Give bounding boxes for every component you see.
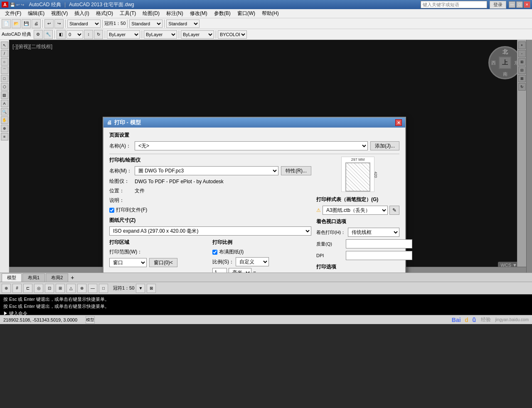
ortho-toggle[interactable]: ⊏ (23, 284, 32, 293)
settings-icon[interactable]: ⚙ (34, 30, 43, 39)
style-dropdown3[interactable]: Standard (166, 20, 200, 28)
grid-toggle[interactable]: # (12, 284, 22, 293)
color-dropdown[interactable]: ByLayer (107, 30, 140, 39)
titlebar-sep: | (64, 2, 66, 7)
menu-param[interactable]: 参数(B) (211, 9, 234, 18)
dialog-close-btn[interactable]: ✕ (395, 119, 402, 126)
menu-insert[interactable]: 插入(I) (71, 9, 92, 18)
otrack-toggle[interactable]: ⊞ (56, 284, 65, 293)
print-scale-section: 打印比例 布满图纸(I) 比例(S)： 自定义 (212, 239, 311, 273)
style-edit-btn[interactable]: ✎ (389, 206, 399, 215)
print-btn[interactable]: 🖨 (32, 19, 41, 28)
tab-layout2[interactable]: 布局2 (46, 273, 68, 282)
zoom-tool[interactable]: 🔍 (1, 108, 8, 116)
menu-edit[interactable]: 编辑(E) (25, 9, 48, 18)
menu-file[interactable]: 文件(F) (2, 9, 25, 18)
save-btn[interactable]: 💾 (22, 19, 31, 28)
search-input[interactable] (421, 1, 487, 8)
draw-circle[interactable]: ○ (1, 58, 8, 66)
prop-tool[interactable]: ≡ (1, 133, 8, 140)
ducs-toggle[interactable]: △ (66, 284, 76, 293)
menu-modify[interactable]: 修改(M) (187, 9, 211, 18)
menu-dimension[interactable]: 标注(N) (163, 9, 187, 18)
tab-model[interactable]: 模型 (2, 273, 22, 282)
undo-btn[interactable]: ↩ (44, 19, 54, 28)
menu-view[interactable]: 视图(V) (48, 9, 71, 18)
osnap-toggle[interactable]: ⊡ (45, 284, 54, 293)
menu-format[interactable]: 格式(O) (93, 9, 116, 18)
maximize-btn[interactable]: □ (516, 1, 523, 8)
minimize-btn[interactable]: — (509, 1, 515, 8)
snap-toggle[interactable]: ⊕ (2, 284, 11, 293)
window-btn[interactable]: 窗口(0)< (149, 258, 177, 267)
add-page-setup-btn[interactable]: 添加(J)... (370, 141, 399, 150)
paper-size-select[interactable]: ISO expand A3 (297.00 x 420.00 毫米) (109, 226, 311, 236)
app-name: AutoCAD 经典 (29, 1, 61, 8)
print-range-select[interactable]: 窗口 (109, 258, 147, 267)
draw-arc[interactable]: ⌒ (1, 66, 8, 74)
title-bar: A 💾 ↩ ↪ AutoCAD 经典 | AutoCAD 2013 住宅平面.d… (0, 0, 532, 9)
dpi-input[interactable] (346, 251, 412, 260)
scale-icon[interactable]: ▼ (136, 284, 145, 293)
sep10 (216, 30, 216, 39)
print-window-row: 窗口 窗口(0)< (109, 258, 208, 267)
pan-tool[interactable]: ✋ (1, 116, 8, 124)
tools-icon[interactable]: 🔧 (44, 30, 53, 39)
menu-tools[interactable]: 工具(T) (116, 9, 139, 18)
style-dropdown[interactable]: Standard (67, 20, 101, 28)
open-btn[interactable]: 📂 (12, 19, 21, 28)
draw-poly[interactable]: ⬡ (1, 83, 8, 91)
print-style-select[interactable]: A3图纸.ctb（丢失） (323, 206, 388, 215)
print-color-dropdown[interactable]: BYCOLOR (218, 30, 247, 39)
dyn-toggle[interactable]: ⊗ (77, 284, 86, 293)
baidu-logo3: ǔ (472, 317, 476, 323)
draw-rect[interactable]: □ (1, 75, 8, 82)
lineweight-dropdown[interactable]: ByLayer (181, 30, 214, 39)
tpt-toggle[interactable]: □ (99, 284, 108, 293)
layer-icon[interactable]: ◧ (57, 30, 66, 39)
command-line[interactable]: 按 Esc 或 Enter 键退出，或单击右键显示快捷菜单。 按 Esc 或 E… (0, 294, 532, 315)
shade-select[interactable]: 传统线框 (348, 228, 399, 237)
printer-name-select[interactable]: 圖 DWG To PDF.pc3 (135, 166, 278, 175)
draw-line[interactable]: / (1, 50, 8, 57)
sep2 (65, 20, 66, 28)
menu-window[interactable]: 窗口(W) (234, 9, 259, 18)
draw-text[interactable]: A (1, 100, 8, 107)
print-range-label: 打印范围(W)： (109, 248, 142, 256)
polar-toggle[interactable]: ◎ (34, 284, 43, 293)
paper-size-title: 图纸尺寸(Z) (109, 217, 311, 224)
new-btn[interactable]: 📄 (2, 19, 11, 28)
login-btn[interactable]: 登录 (490, 1, 506, 9)
fit-paper-cb[interactable] (212, 250, 217, 255)
page-setup-name-select[interactable]: <无> (135, 141, 368, 150)
menu-draw[interactable]: 绘图(D) (139, 9, 163, 18)
cmd-line-1: 按 Esc 或 Enter 键退出，或单击右键显示快捷菜单。 (3, 296, 529, 302)
tab-layout1[interactable]: 布局1 (22, 273, 45, 282)
style-dropdown2[interactable]: Standard (129, 20, 163, 28)
quality-input[interactable] (346, 239, 412, 248)
menu-help[interactable]: 帮助(H) (259, 9, 282, 18)
print-to-file-cb[interactable] (109, 208, 114, 213)
scale-unit1[interactable]: 毫米 (229, 268, 251, 273)
sep5 (164, 20, 165, 28)
rotate-icon[interactable]: ↻ (94, 30, 103, 39)
classic-label: AutoCAD 经典 (2, 31, 31, 37)
scale-select[interactable]: 自定义 (236, 257, 269, 266)
close-btn[interactable]: ✕ (524, 1, 530, 8)
printer-properties-btn[interactable]: 特性(R)... (281, 166, 311, 175)
model-toggle[interactable]: 模型 (86, 316, 95, 324)
add-tab-btn[interactable]: + (71, 274, 74, 281)
draw-hatch[interactable]: ▨ (1, 91, 8, 99)
shade-print-row: 着色打印(H)： 传统线框 (316, 228, 399, 237)
printer-name-row: 名称(M)： 圖 DWG To PDF.pc3 特性(R)... (109, 166, 311, 175)
canvas-area[interactable]: [-][俯视][二维线框] 北 南 东 西 上 WCS ▼ + - ⊞ ⊟ ⊠ (9, 40, 532, 273)
redo-btn[interactable]: ↪ (54, 19, 64, 28)
snap-tool[interactable]: ⊕ (1, 125, 8, 132)
scale-value1[interactable] (212, 268, 227, 273)
workspace-icon[interactable]: ⊠ (147, 284, 156, 293)
cursor-tool[interactable]: ↖ (1, 42, 8, 49)
lw-toggle[interactable]: — (88, 284, 97, 293)
move-icon[interactable]: ↕ (84, 30, 93, 39)
layer-dropdown[interactable]: 0 (66, 30, 83, 39)
linetype-dropdown[interactable]: ByLayer (144, 30, 177, 39)
